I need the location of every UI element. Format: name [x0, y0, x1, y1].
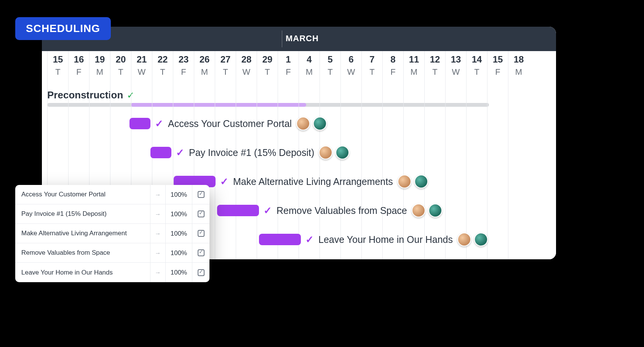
day-weekday: T	[257, 67, 278, 77]
panel-row[interactable]: Leave Your Home in Our Hands→100%	[15, 263, 209, 282]
panel-checkbox[interactable]	[192, 243, 209, 262]
checkbox-checked-icon	[198, 230, 205, 237]
day-number: 18	[508, 54, 529, 65]
arrow-right-icon[interactable]: →	[150, 224, 165, 243]
panel-percent: 100%	[165, 224, 192, 243]
avatar[interactable]	[474, 233, 488, 246]
avatar[interactable]	[457, 233, 471, 246]
arrow-right-icon[interactable]: →	[150, 243, 165, 262]
day-number: 13	[446, 54, 466, 65]
checkbox-checked-icon	[198, 249, 205, 256]
panel-checkbox[interactable]	[192, 204, 209, 223]
day-weekday: T	[362, 67, 382, 77]
day-column: 12T	[424, 51, 445, 259]
panel-percent: 100%	[165, 243, 192, 262]
month-header: MARCH	[42, 27, 556, 51]
task-avatars	[457, 233, 488, 246]
day-weekday: F	[383, 67, 403, 77]
task-progress-panel: Access Your Customer Portal→100%Pay Invo…	[15, 185, 209, 282]
gantt-task-row[interactable]: ✓Leave Your Home in Our Hands	[259, 233, 488, 246]
day-number: 14	[467, 54, 487, 65]
day-column: 18M	[508, 51, 529, 259]
day-column: 15F	[487, 51, 508, 259]
day-header: 20T	[110, 51, 131, 85]
task-avatars	[398, 175, 428, 188]
day-weekday: F	[278, 67, 299, 77]
panel-task-name: Access Your Customer Portal	[15, 191, 150, 198]
gantt-task-row[interactable]: ✓Access Your Customer Portal	[129, 117, 327, 130]
day-weekday: W	[446, 67, 466, 77]
day-weekday: T	[320, 67, 340, 77]
task-avatars	[319, 146, 349, 159]
panel-task-name: Remove Valuables from Space	[15, 249, 150, 257]
panel-checkbox[interactable]	[192, 224, 209, 243]
check-icon: ✓	[155, 118, 163, 130]
day-header: 11M	[404, 51, 424, 85]
arrow-right-icon[interactable]: →	[150, 185, 165, 204]
task-bar[interactable]	[259, 234, 301, 245]
day-header: 12T	[425, 51, 445, 85]
day-number: 15	[487, 54, 508, 65]
panel-percent: 100%	[165, 263, 192, 282]
day-weekday: M	[404, 67, 424, 77]
avatar[interactable]	[313, 117, 327, 130]
day-header: 29T	[257, 51, 278, 85]
panel-task-name: Pay Invoice #1 (15% Deposit)	[15, 210, 150, 218]
day-header: 23F	[173, 51, 194, 85]
day-number: 8	[383, 54, 403, 65]
panel-row[interactable]: Access Your Customer Portal→100%	[15, 185, 209, 204]
month-divider	[282, 31, 282, 47]
day-header: 13W	[446, 51, 466, 85]
day-weekday: W	[236, 67, 257, 77]
gantt-task-row[interactable]: ✓Remove Valuables from Space	[217, 204, 442, 217]
day-weekday: T	[48, 67, 68, 77]
panel-row[interactable]: Make Alternative Living Arrangement→100%	[15, 224, 209, 243]
task-label: Leave Your Home in Our Hands	[318, 234, 453, 245]
day-header: 15F	[487, 51, 508, 85]
day-weekday: M	[89, 67, 110, 77]
arrow-right-icon[interactable]: →	[150, 263, 165, 282]
day-header: 16F	[69, 51, 89, 85]
day-header: 6W	[341, 51, 361, 85]
day-weekday: F	[173, 67, 194, 77]
day-number: 28	[236, 54, 257, 65]
panel-checkbox[interactable]	[192, 263, 209, 282]
day-header: 28W	[236, 51, 257, 85]
task-avatars	[412, 204, 442, 217]
checkbox-checked-icon	[198, 210, 205, 217]
avatar[interactable]	[414, 175, 428, 188]
panel-percent: 100%	[165, 204, 192, 223]
avatar[interactable]	[336, 146, 349, 159]
task-bar[interactable]	[129, 118, 150, 129]
day-number: 1	[278, 54, 299, 65]
panel-checkbox[interactable]	[192, 185, 209, 204]
day-number: 27	[215, 54, 236, 65]
checkbox-checked-icon	[198, 269, 205, 276]
avatar[interactable]	[398, 175, 411, 188]
gantt-task-row[interactable]: ✓Pay Invoice #1 (15% Deposit)	[150, 146, 349, 159]
day-number: 5	[320, 54, 340, 65]
gantt-task-row[interactable]: ✓Make Alternative Living Arrangements	[174, 175, 428, 188]
avatar[interactable]	[319, 146, 332, 159]
day-weekday: W	[131, 67, 152, 77]
day-weekday: M	[508, 67, 529, 77]
day-number: 7	[362, 54, 382, 65]
day-column: 7T	[361, 51, 382, 259]
task-bar[interactable]	[217, 205, 259, 216]
day-number: 15	[48, 54, 68, 65]
day-number: 12	[425, 54, 445, 65]
day-weekday: M	[299, 67, 320, 77]
day-column: 8F	[382, 51, 403, 259]
avatar[interactable]	[428, 204, 442, 217]
day-weekday: T	[467, 67, 487, 77]
day-header: 26M	[194, 51, 215, 85]
task-bar[interactable]	[150, 147, 171, 158]
task-avatars	[296, 117, 327, 130]
avatar[interactable]	[296, 117, 310, 130]
day-number: 4	[299, 54, 320, 65]
panel-row[interactable]: Remove Valuables from Space→100%	[15, 243, 209, 263]
day-header: 18M	[508, 51, 529, 85]
avatar[interactable]	[412, 204, 425, 217]
arrow-right-icon[interactable]: →	[150, 204, 165, 223]
panel-row[interactable]: Pay Invoice #1 (15% Deposit)→100%	[15, 204, 209, 224]
